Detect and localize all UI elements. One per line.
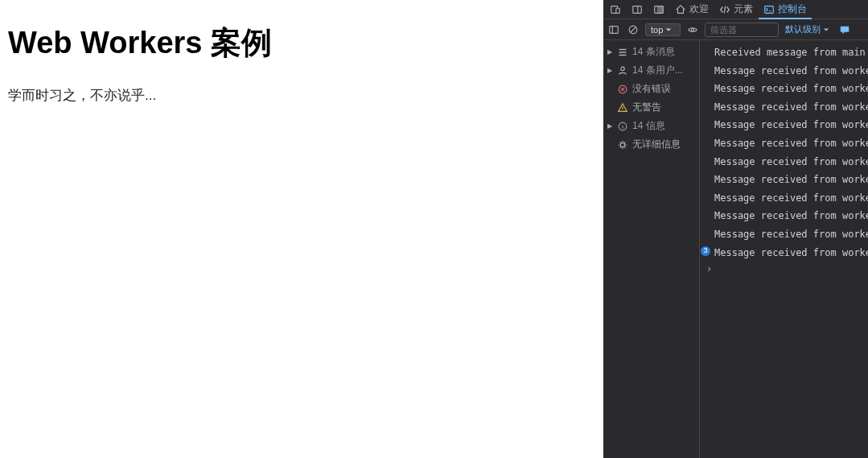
tab-welcome-label: 欢迎 [689, 2, 709, 16]
sidebar-messages[interactable]: ▶ 14 条消息 [605, 43, 697, 61]
error-icon [617, 84, 628, 95]
sidebar-toggle-button[interactable] [607, 23, 621, 37]
issues-button[interactable] [837, 23, 852, 37]
eye-icon [687, 24, 698, 35]
filter-input[interactable] [705, 23, 779, 37]
sidebar-errors[interactable]: 没有错误 [605, 80, 697, 98]
tab-console[interactable]: 控制台 [759, 0, 812, 19]
context-label: top [651, 25, 663, 35]
console-log-entry[interactable]: Message received from worker: 说 [703, 207, 868, 225]
user-icon [617, 65, 628, 76]
clear-icon [627, 24, 639, 35]
home-icon [675, 4, 686, 15]
console-log-entry[interactable]: 3Message received from worker: . [703, 244, 868, 262]
sidebar-verbose[interactable]: 无详细信息 [605, 135, 697, 154]
console-sidebar: ▶ 14 条消息 ▶ 14 条用户... 没有错误 无警告 ▶ [603, 40, 700, 458]
console-output[interactable]: Received message from main threadMessage… [700, 40, 868, 458]
console-log-entry[interactable]: Message received from worker: 而 [703, 80, 868, 98]
console-prompt[interactable]: › [703, 262, 868, 276]
expand-icon: ▶ [607, 122, 613, 130]
log-list: Received message from main threadMessage… [703, 43, 868, 262]
console-log-entry[interactable]: Message received from worker: 习 [703, 116, 868, 134]
web-page-content: Web Workers 案例 学而时习之，不亦说乎... [0, 0, 603, 458]
log-text: Message received from worker: 乎 [714, 229, 868, 240]
code-icon [719, 4, 730, 15]
live-expression-button[interactable] [685, 23, 700, 37]
log-text: Message received from worker: 而 [714, 83, 868, 94]
svg-rect-5 [657, 6, 663, 13]
log-text: Message received from worker: 习 [714, 119, 868, 130]
verbose-icon [617, 139, 628, 151]
context-selector[interactable]: top [645, 23, 681, 36]
console-icon [763, 4, 775, 15]
info-icon [617, 121, 628, 132]
responsive-icon [610, 4, 621, 15]
svg-rect-2 [633, 6, 642, 13]
sidebar-toggle-icon [608, 24, 619, 35]
console-log-entry[interactable]: Message received from worker: 乎 [703, 225, 868, 244]
svg-line-10 [631, 27, 636, 32]
log-text: Message received from worker: 亦 [714, 192, 868, 204]
page-heading: Web Workers 案例 [8, 23, 595, 64]
sidebar-user-label: 14 条用户... [632, 64, 683, 77]
svg-rect-7 [610, 26, 619, 33]
sidebar-warnings-label: 无警告 [632, 101, 661, 114]
chevron-down-icon [665, 27, 672, 33]
chevron-down-icon [823, 27, 829, 33]
console-log-entry[interactable]: Message received from worker: 亦 [703, 189, 868, 208]
svg-rect-6 [765, 6, 774, 13]
svg-rect-1 [616, 8, 619, 13]
repeat-count-badge: 3 [701, 246, 710, 256]
sidebar-user-messages[interactable]: ▶ 14 条用户... [605, 61, 697, 80]
list-icon [617, 47, 628, 58]
tab-welcome[interactable]: 欢迎 [670, 0, 714, 19]
device-toolbar-icon[interactable] [605, 2, 626, 18]
expand-icon: ▶ [607, 48, 613, 56]
log-text: Message received from worker: ， [714, 156, 868, 167]
console-log-entry[interactable]: Message received from worker: 学 [703, 62, 868, 80]
devtools-panel: 欢迎 元素 控制台 top [603, 0, 868, 458]
inspect-element-icon [653, 4, 664, 15]
console-body: ▶ 14 条消息 ▶ 14 条用户... 没有错误 无警告 ▶ [603, 40, 868, 458]
log-text: Message received from worker: 时 [714, 101, 868, 113]
tab-elements[interactable]: 元素 [714, 0, 758, 19]
inspect-icon[interactable] [648, 2, 669, 18]
console-log-entry[interactable]: Message received from worker: 时 [703, 98, 868, 117]
sidebar-errors-label: 没有错误 [632, 82, 671, 96]
log-text: Message received from worker: 不 [714, 174, 868, 185]
log-text: Message received from worker: 说 [714, 210, 868, 221]
console-toolbar: top 默认级别 [603, 19, 868, 40]
log-level-label: 默认级别 [785, 23, 821, 35]
dock-side-icon [631, 4, 643, 15]
sidebar-warnings[interactable]: 无警告 [605, 98, 697, 117]
svg-point-12 [621, 67, 624, 70]
console-log-entry[interactable]: Received message from main thread [703, 43, 868, 62]
log-text: Message received from worker: 学 [714, 65, 868, 76]
tab-elements-label: 元素 [734, 2, 753, 16]
log-text: Received message from main thread [714, 47, 868, 58]
console-log-entry[interactable]: Message received from worker: ， [703, 153, 868, 171]
log-level-selector[interactable]: 默认级别 [785, 23, 829, 35]
dock-icon[interactable] [627, 2, 648, 18]
sidebar-info-label: 14 信息 [632, 119, 665, 133]
log-text: Message received from worker: . [714, 247, 868, 258]
svg-point-15 [620, 142, 624, 146]
console-log-entry[interactable]: Message received from worker: 不 [703, 171, 868, 189]
expand-icon: ▶ [607, 67, 613, 74]
console-log-entry[interactable]: Message received from worker: 之 [703, 134, 868, 153]
svg-point-11 [692, 28, 694, 31]
page-text: 学而时习之，不亦说乎... [8, 86, 595, 105]
warning-icon [617, 102, 628, 113]
tab-console-label: 控制台 [778, 2, 807, 16]
clear-console-button[interactable] [626, 23, 640, 37]
log-text: Message received from worker: 之 [714, 138, 868, 149]
sidebar-verbose-label: 无详细信息 [632, 138, 681, 151]
sidebar-info[interactable]: ▶ 14 信息 [605, 117, 697, 135]
sidebar-messages-label: 14 条消息 [632, 45, 675, 59]
chat-icon [839, 24, 850, 35]
devtools-tabbar: 欢迎 元素 控制台 [603, 0, 868, 19]
